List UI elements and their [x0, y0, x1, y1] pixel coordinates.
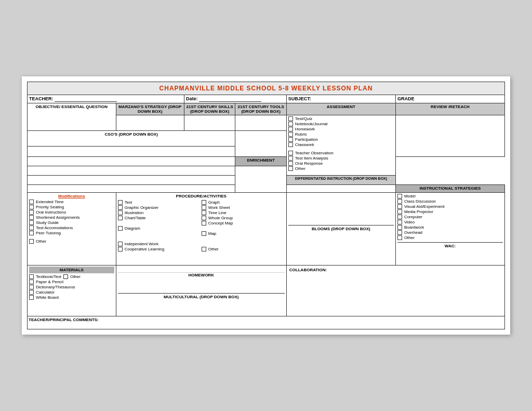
proc-chart-table: Chart/Table: [118, 216, 201, 220]
procedure-cell: PROCEDURE/ACTIVITIES Text Graphic Organi…: [116, 193, 286, 266]
review-cell[interactable]: [395, 115, 504, 157]
date-label: Date:: [186, 96, 198, 101]
materials-list: Textbook/Text Other Paper & Pencil Dicti…: [29, 274, 114, 300]
assessment-test-quiz: Test/Quiz: [288, 116, 394, 121]
proc-col1: Text Graphic Organizer Illustration Char…: [118, 200, 201, 252]
assessment-notebook: Notebook/Journal: [288, 122, 394, 126]
mod-test-accom: Test Accomodations: [29, 226, 114, 230]
strat-video: Video: [397, 220, 503, 224]
mod-extended-time: Extended Time: [29, 200, 114, 204]
marzano-header: MARZANO'S STRATEGY (DROP DOWN BOX): [116, 103, 184, 115]
mod-peer-tutoring: Peer Tutoring: [29, 231, 114, 235]
materials-homework-row: MATERIALS Textbook/Text Other Paper & Pe…: [28, 266, 505, 316]
procedure-items: Text Graphic Organizer Illustration Char…: [118, 200, 285, 252]
strat-visual-aid: Visual Aid/Experiment: [397, 204, 503, 209]
modifications-procedure-row: Modifications Extended Time Priority Sea…: [28, 193, 505, 266]
date-cell: Date:: [184, 95, 286, 103]
proc-whole-group: Whole Group: [202, 216, 285, 220]
multicultural-content[interactable]: [118, 300, 285, 308]
mod-priority-seating: Priority Seating: [29, 205, 114, 209]
homework-content[interactable]: [118, 277, 285, 293]
title-row: CHAPMANVILLE MIDDLE SCHOOL 5-8 WEEKLY LE…: [28, 82, 505, 95]
modifications-label: Modifications: [29, 194, 114, 198]
proc-graph: Graph: [202, 200, 285, 205]
proc-concept-map: Concept Map: [202, 221, 285, 226]
date-value[interactable]: [199, 96, 261, 102]
strat-other: Other: [397, 235, 503, 240]
lesson-plan-page: CHAPMANVILLE MIDDLE SCHOOL 5-8 WEEKLY LE…: [22, 76, 510, 335]
strat-computer: Computer: [397, 215, 503, 219]
comments-row: TEACHER/PRINCIPAL COMMENTS:: [28, 316, 505, 329]
multicultural-header: MULTICULTURAL (DROP DOWN BOX): [118, 293, 285, 300]
skills-cell[interactable]: [184, 115, 235, 131]
proc-col2: Graph Work Sheet Time Line Whole Group C…: [202, 200, 285, 252]
teacher-cell: TEACHER:: [28, 95, 184, 103]
lesson-plan-table: CHAPMANVILLE MIDDLE SCHOOL 5-8 WEEKLY LE…: [27, 82, 505, 329]
teacher-label: TEACHER:: [29, 96, 54, 101]
teacher-value[interactable]: [55, 96, 117, 102]
homework-label: HOMEWORK: [189, 273, 214, 277]
assessment-rubric: Rubric: [288, 132, 394, 137]
collaboration-cell: COLLABORATION:: [286, 266, 504, 316]
proc-text: Text: [118, 200, 201, 205]
review-header: REVIEW /RETEACH: [395, 103, 504, 115]
subject-label: SUBJECT:: [288, 96, 311, 101]
collaboration-header: COLLABORATION:: [288, 267, 503, 273]
materials-cell: MATERIALS Textbook/Text Other Paper & Pe…: [28, 266, 116, 316]
proc-worksheet: Work Sheet: [202, 205, 285, 210]
homework-top[interactable]: [118, 267, 285, 273]
strat-overhead: Overhead: [397, 230, 503, 235]
mat-whiteboard: White Board: [29, 295, 114, 300]
enrichment-content[interactable]: [235, 166, 286, 193]
plan-title: CHAPMANVILLE MIDDLE SCHOOL 5-8 WEEKLY LE…: [28, 82, 505, 95]
strat-boardwork: Boardwork: [397, 225, 503, 230]
cso-content-1[interactable]: [28, 147, 235, 157]
cso-content-3[interactable]: [28, 166, 235, 176]
cso-content-row2: ENRICHMENT: [28, 157, 505, 166]
assessment-other: Other: [288, 166, 394, 171]
cso-content-4[interactable]: [28, 176, 235, 185]
mat-dictionary: Dictionary/Thesaurus: [29, 285, 114, 289]
wac-section: WAC:: [397, 242, 503, 264]
strat-model: Model: [397, 194, 503, 198]
blooms-label: BLOOMS (DROP DOWN BOX): [312, 227, 370, 231]
materials-header: MATERIALS: [29, 267, 114, 273]
objective-header: OBJECTIVE/ ESSENTIAL QUESTION: [28, 103, 116, 131]
collaboration-content[interactable]: [288, 273, 503, 315]
marzano-cell[interactable]: [116, 115, 184, 131]
subject-cell: SUBJECT:: [286, 95, 395, 103]
instruct-strat-label: INSTRUCTIONAL STRATEGIES: [419, 186, 481, 191]
skills-label: 21ST CENTURY SKILLS (DROP DOWN BOX): [187, 104, 233, 114]
skills-header: 21ST CENTURY SKILLS (DROP DOWN BOX): [184, 103, 235, 115]
wac-text: WAC:: [445, 244, 456, 248]
tools-label: 21ST CENTURY TOOLS (DROP DOWN BOX): [238, 104, 284, 114]
proc-cooperative-learning: Cooperative Learning: [118, 247, 201, 251]
objective-label: OBJECTIVE/ ESSENTIAL QUESTION: [36, 104, 108, 109]
diff-content-area[interactable]: [288, 194, 394, 225]
mod-other: Other: [29, 239, 114, 244]
strat-media-projector: Media Projector: [397, 209, 503, 214]
cso-content-2[interactable]: [28, 157, 235, 166]
cso-content-5[interactable]: [28, 185, 235, 193]
materials-label: MATERIALS: [60, 268, 84, 272]
tools-cell[interactable]: [235, 115, 286, 131]
proc-other: Other: [202, 247, 285, 251]
diff-content-1[interactable]: [286, 185, 395, 193]
blooms-content[interactable]: [288, 232, 394, 258]
comments-cell: TEACHER/PRINCIPAL COMMENTS:: [28, 316, 505, 329]
wac-label: WAC:: [397, 244, 503, 248]
multicultural-label: MULTICULTURAL (DROP DOWN BOX): [164, 295, 238, 299]
homework-header: HOMEWORK: [118, 273, 285, 277]
modifications-cell: Modifications Extended Time Priority Sea…: [28, 193, 116, 266]
blooms-header: BLOOMS (DROP DOWN BOX): [288, 225, 394, 232]
wac-content[interactable]: [397, 248, 503, 264]
assessment-classwork: Classwork: [288, 142, 394, 147]
diff-instruction-header: DIFFERENTIATED INSTRUCTION (DROP DOWN BO…: [286, 176, 395, 185]
modifications-text: Modifications: [58, 194, 85, 198]
proc-timeline: Time Line: [202, 210, 285, 215]
mat-calculator: Calculator: [29, 290, 114, 295]
enrichment-label: ENRICHMENT: [247, 158, 274, 163]
strat-class-discussion: Class Discussion: [397, 199, 503, 204]
procedure-header: PROCEDURE/ACTIVITIES: [118, 194, 285, 198]
grade-label: GRADE: [397, 96, 415, 101]
